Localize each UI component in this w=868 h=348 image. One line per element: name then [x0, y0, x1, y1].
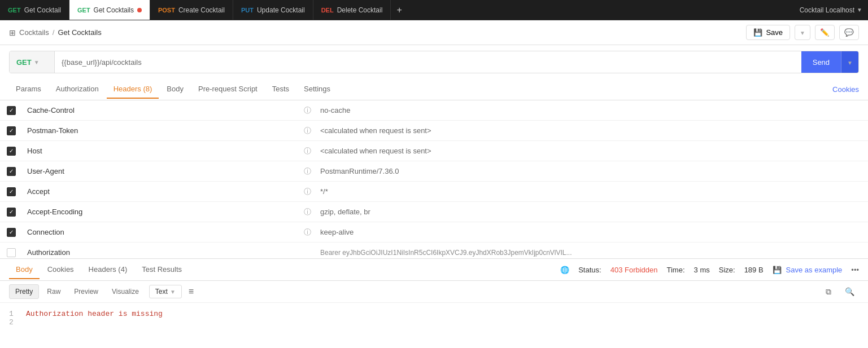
- breadcrumb-separator: /: [53, 28, 55, 37]
- size-value: 189 B: [744, 266, 764, 274]
- cookies-link[interactable]: Cookies: [832, 85, 859, 94]
- response-toolbar: Body Cookies Headers (4) Test Results 🌐 …: [0, 258, 868, 281]
- edit-button[interactable]: ✏️: [815, 25, 835, 40]
- search-button[interactable]: 🔍: [840, 285, 859, 298]
- tab-method-post: POST: [158, 7, 175, 14]
- header-checkbox[interactable]: [0, 106, 23, 115]
- send-button[interactable]: Send: [801, 51, 841, 73]
- resp-tab-test-results[interactable]: Test Results: [135, 261, 189, 279]
- checkbox-postman-token[interactable]: [7, 126, 16, 135]
- info-icon[interactable]: ⓘ: [299, 146, 316, 156]
- tab-headers[interactable]: Headers (8): [107, 80, 159, 99]
- info-icon[interactable]: ⓘ: [299, 227, 316, 237]
- toolbar-actions: 💾 Save ▼ ✏️ 💬: [746, 25, 859, 40]
- code-line-2: 2: [9, 318, 859, 327]
- tab-bar: GET Get Cocktail GET Get Cocktails POST …: [0, 0, 868, 20]
- chevron-down-icon: ▼: [34, 59, 40, 65]
- new-tab-button[interactable]: +: [391, 5, 407, 15]
- tab-method-put: PUT: [241, 7, 254, 14]
- tab-label: Create Cocktail: [178, 6, 225, 14]
- code-line-1: 1 Authorization header is missing: [9, 310, 859, 318]
- chevron-down-icon: ▼: [857, 7, 862, 13]
- header-desc: [592, 168, 868, 175]
- body-view-preview[interactable]: Preview: [68, 285, 104, 298]
- header-row-connection: Connection ⓘ keep-alive: [0, 222, 868, 243]
- tab-body[interactable]: Body: [160, 80, 190, 99]
- tab-bar-right: Cocktail Localhost ▼: [800, 6, 868, 14]
- header-checkbox[interactable]: [0, 208, 23, 217]
- info-icon[interactable]: ⓘ: [299, 105, 316, 116]
- checkbox-authorization[interactable]: [7, 248, 16, 257]
- header-desc: [592, 127, 868, 134]
- globe-icon: 🌐: [560, 266, 569, 274]
- time-value: 3 ms: [694, 266, 710, 274]
- header-checkbox[interactable]: [0, 187, 23, 196]
- info-icon[interactable]: ⓘ: [299, 166, 316, 177]
- method-label: GET: [16, 58, 32, 67]
- resp-tab-headers[interactable]: Headers (4): [82, 261, 134, 279]
- tab-method-get: GET: [8, 7, 21, 14]
- method-select[interactable]: GET ▼: [10, 51, 55, 73]
- header-key: Connection: [23, 224, 299, 240]
- resp-tab-body[interactable]: Body: [9, 261, 40, 279]
- header-row-cache-control: Cache-Control ⓘ no-cache: [0, 100, 868, 121]
- body-view-raw[interactable]: Raw: [41, 285, 66, 298]
- header-checkbox[interactable]: [0, 248, 23, 257]
- tab-post-create[interactable]: POST Create Cocktail: [150, 0, 233, 20]
- tab-params[interactable]: Params: [9, 80, 48, 99]
- breadcrumb: ⊞ Cocktails / Get Cocktails: [9, 28, 746, 37]
- breadcrumb-parent[interactable]: Cocktails: [19, 28, 49, 37]
- checkbox-accept[interactable]: [7, 187, 16, 196]
- chevron-down-icon: ▼: [170, 289, 176, 295]
- tab-label: Update Cocktail: [257, 6, 305, 14]
- info-icon[interactable]: ⓘ: [299, 207, 316, 217]
- header-value: <calculated when request is sent>: [316, 123, 592, 138]
- checkbox-connection[interactable]: [7, 228, 16, 237]
- checkbox-host[interactable]: [7, 147, 16, 156]
- tab-method-del: DEL: [321, 7, 334, 14]
- header-key: Postman-Token: [23, 123, 299, 138]
- header-desc: [592, 249, 868, 256]
- wrap-button[interactable]: ≡: [184, 284, 198, 299]
- header-checkbox[interactable]: [0, 167, 23, 176]
- tab-put-update[interactable]: PUT Update Cocktail: [233, 0, 313, 20]
- tab-pre-request-script[interactable]: Pre-request Script: [191, 80, 264, 99]
- tab-get-cocktails[interactable]: GET Get Cocktails: [69, 0, 150, 20]
- comment-button[interactable]: 💬: [839, 25, 859, 40]
- resp-tab-cookies[interactable]: Cookies: [41, 261, 81, 279]
- header-checkbox[interactable]: [0, 126, 23, 135]
- checkbox-user-agent[interactable]: [7, 167, 16, 176]
- copy-button[interactable]: ⧉: [821, 285, 836, 299]
- body-view-visualize[interactable]: Visualize: [106, 285, 145, 298]
- tab-del-delete[interactable]: DEL Delete Cocktail: [313, 0, 391, 20]
- info-icon[interactable]: ⓘ: [299, 126, 316, 136]
- tab-settings[interactable]: Settings: [297, 80, 337, 99]
- body-view-pretty[interactable]: Pretty: [9, 284, 39, 299]
- header-key: Accept: [23, 184, 299, 199]
- save-example-button[interactable]: 💾 Save as example: [773, 266, 843, 274]
- environment-selector[interactable]: Cocktail Localhost ▼: [800, 6, 862, 14]
- url-input[interactable]: [55, 51, 801, 73]
- header-value: */*: [316, 184, 592, 199]
- header-desc: [592, 107, 868, 114]
- format-select[interactable]: Text ▼: [149, 285, 182, 298]
- breadcrumb-current: Get Cocktails: [58, 28, 101, 37]
- send-dropdown-button[interactable]: ▼: [841, 51, 858, 73]
- tab-get-cocktail[interactable]: GET Get Cocktail: [0, 0, 69, 20]
- tab-tests[interactable]: Tests: [265, 80, 296, 99]
- header-checkbox[interactable]: [0, 147, 23, 156]
- more-options-button[interactable]: •••: [851, 266, 859, 274]
- tab-authorization[interactable]: Authorization: [49, 80, 106, 99]
- header-desc: [592, 188, 868, 195]
- info-icon[interactable]: ⓘ: [299, 187, 316, 197]
- checkbox-cache-control[interactable]: [7, 106, 16, 115]
- header-key: Host: [23, 143, 299, 158]
- request-tabs: Params Authorization Headers (8) Body Pr…: [0, 79, 868, 100]
- save-button[interactable]: 💾 Save: [746, 25, 790, 40]
- checkbox-accept-encoding[interactable]: [7, 208, 16, 217]
- response-meta: 🌐 Status: 403 Forbidden Time: 3 ms Size:…: [560, 266, 859, 274]
- header-checkbox[interactable]: [0, 228, 23, 237]
- comment-icon: 💬: [844, 28, 854, 37]
- save-dropdown-button[interactable]: ▼: [795, 25, 810, 40]
- size-label: Size:: [719, 266, 735, 274]
